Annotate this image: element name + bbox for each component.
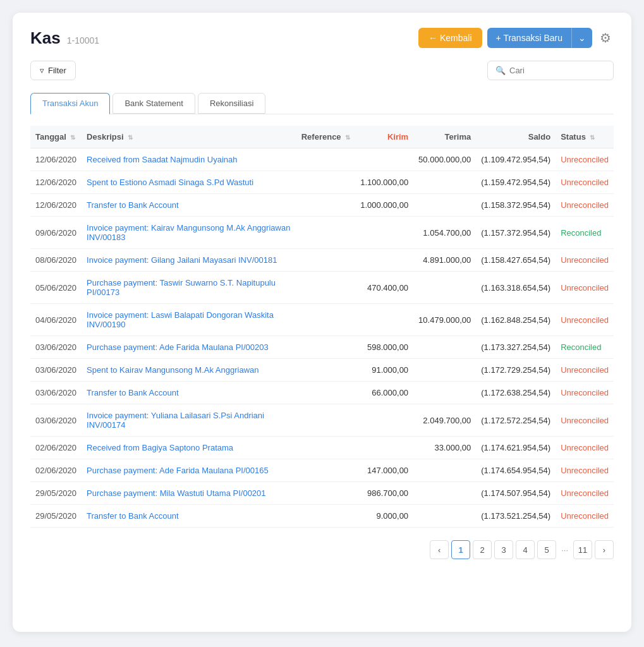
table-row[interactable]: 29/05/2020 Purchase payment: Mila Wastut… <box>30 482 614 505</box>
cell-desc[interactable]: Invoice payment: Gilang Jailani Mayasari… <box>82 249 296 272</box>
cell-reference <box>296 171 355 194</box>
table-row[interactable]: 12/06/2020 Received from Saadat Najmudin… <box>30 148 614 171</box>
cell-status: Unreconciled <box>556 171 614 194</box>
sort-reference-icon[interactable]: ⇅ <box>345 134 350 141</box>
table-row[interactable]: 05/06/2020 Purchase payment: Taswir Suwa… <box>30 272 614 304</box>
kembali-button[interactable]: ← Kembali <box>418 28 482 48</box>
cell-terima <box>413 505 476 528</box>
table-row[interactable]: 29/05/2020 Transfer to Bank Account 9.00… <box>30 505 614 528</box>
cell-status: Unreconciled <box>556 482 614 505</box>
transactions-table: Tanggal ⇅ Deskripsi ⇅ Reference ⇅ Kirim … <box>30 126 614 528</box>
cell-desc[interactable]: Purchase payment: Taswir Suwarno S.T. Na… <box>82 272 296 304</box>
cell-date: 03/06/2020 <box>30 359 82 382</box>
table-row[interactable]: 03/06/2020 Invoice payment: Yuliana Lail… <box>30 404 614 437</box>
cell-desc[interactable]: Spent to Kairav Mangunsong M.Ak Anggriaw… <box>82 359 296 382</box>
pagination-page-5[interactable]: 5 <box>537 540 556 559</box>
cell-reference <box>296 336 355 359</box>
page-subtitle: 1-10001 <box>67 35 99 45</box>
tab-bank-statement[interactable]: Bank Statement <box>112 93 195 114</box>
cell-saldo: (1.173.327.254,54) <box>476 336 556 359</box>
table-row[interactable]: 02/06/2020 Purchase payment: Ade Farida … <box>30 459 614 482</box>
cell-status: Unreconciled <box>556 272 614 304</box>
cell-terima: 1.054.700,00 <box>413 217 476 249</box>
pagination-page-1[interactable]: 1 <box>451 540 470 559</box>
table-row[interactable]: 12/06/2020 Spent to Estiono Asmadi Sinag… <box>30 171 614 194</box>
transaksi-dropdown-button[interactable]: ⌄ <box>571 28 592 48</box>
search-input[interactable] <box>509 66 605 75</box>
pagination-page-3[interactable]: 3 <box>494 540 513 559</box>
cell-saldo: (1.174.654.954,54) <box>476 459 556 482</box>
cell-status: Unreconciled <box>556 404 614 437</box>
cell-saldo: (1.109.472.954,54) <box>476 148 556 171</box>
cell-reference <box>296 482 355 505</box>
table-row[interactable]: 03/06/2020 Spent to Kairav Mangunsong M.… <box>30 359 614 382</box>
tab-rekonsiliasi[interactable]: Rekonsiliasi <box>198 93 265 114</box>
cell-date: 29/05/2020 <box>30 482 82 505</box>
table-row[interactable]: 04/06/2020 Invoice payment: Laswi Balapa… <box>30 304 614 336</box>
cell-desc[interactable]: Transfer to Bank Account <box>82 382 296 404</box>
tab-transaksi-akun[interactable]: Transaksi Akun <box>30 93 110 114</box>
settings-gear-icon[interactable]: ⚙ <box>597 28 614 48</box>
search-box[interactable]: 🔍 <box>487 61 614 80</box>
table-row[interactable]: 12/06/2020 Transfer to Bank Account 1.00… <box>30 194 614 217</box>
cell-saldo: (1.173.521.254,54) <box>476 505 556 528</box>
pagination-next[interactable]: › <box>595 540 614 559</box>
cell-desc[interactable]: Purchase payment: Ade Farida Maulana PI/… <box>82 336 296 359</box>
col-deskripsi: Deskripsi ⇅ <box>82 126 296 148</box>
cell-reference <box>296 217 355 249</box>
cell-saldo: (1.162.848.254,54) <box>476 304 556 336</box>
cell-reference <box>296 382 355 404</box>
pagination-prev[interactable]: ‹ <box>430 540 449 559</box>
sort-deskripsi-icon[interactable]: ⇅ <box>128 134 133 141</box>
cell-reference <box>296 437 355 459</box>
cell-status: Unreconciled <box>556 148 614 171</box>
cell-desc[interactable]: Purchase payment: Mila Wastuti Utama PI/… <box>82 482 296 505</box>
cell-terima <box>413 382 476 404</box>
transaksi-baru-button[interactable]: + Transaksi Baru <box>487 28 571 48</box>
cell-kirim: 1.100.000,00 <box>355 171 413 194</box>
cell-desc[interactable]: Invoice payment: Laswi Balapati Dongoran… <box>82 304 296 336</box>
cell-date: 03/06/2020 <box>30 404 82 437</box>
cell-reference <box>296 194 355 217</box>
col-status: Status ⇅ <box>556 126 614 148</box>
pagination: ‹ 1 2 3 4 5 ··· 11 › <box>30 540 614 559</box>
table-row[interactable]: 08/06/2020 Invoice payment: Gilang Jaila… <box>30 249 614 272</box>
cell-desc[interactable]: Spent to Estiono Asmadi Sinaga S.Pd Wast… <box>82 171 296 194</box>
cell-status: Unreconciled <box>556 304 614 336</box>
col-kirim: Kirim <box>355 126 413 148</box>
cell-desc[interactable]: Invoice payment: Yuliana Lailasari S.Psi… <box>82 404 296 437</box>
pagination-page-2[interactable]: 2 <box>473 540 492 559</box>
cell-desc[interactable]: Received from Saadat Najmudin Uyainah <box>82 148 296 171</box>
cell-date: 12/06/2020 <box>30 171 82 194</box>
pagination-page-4[interactable]: 4 <box>516 540 535 559</box>
table-row[interactable]: 09/06/2020 Invoice payment: Kairav Mangu… <box>30 217 614 249</box>
sort-status-icon[interactable]: ⇅ <box>590 134 595 141</box>
cell-saldo: (1.174.621.954,54) <box>476 437 556 459</box>
cell-date: 08/06/2020 <box>30 249 82 272</box>
cell-kirim: 1.000.000,00 <box>355 194 413 217</box>
cell-desc[interactable]: Purchase payment: Ade Farida Maulana PI/… <box>82 459 296 482</box>
cell-desc[interactable]: Transfer to Bank Account <box>82 194 296 217</box>
transaksi-button-group: + Transaksi Baru ⌄ <box>487 28 592 48</box>
cell-date: 03/06/2020 <box>30 336 82 359</box>
cell-date: 05/06/2020 <box>30 272 82 304</box>
cell-desc[interactable]: Transfer to Bank Account <box>82 505 296 528</box>
cell-kirim: 91.000,00 <box>355 359 413 382</box>
sort-tanggal-icon[interactable]: ⇅ <box>70 134 75 141</box>
cell-terima: 4.891.000,00 <box>413 249 476 272</box>
table-row[interactable]: 03/06/2020 Transfer to Bank Account 66.0… <box>30 382 614 404</box>
pagination-page-11[interactable]: 11 <box>573 540 592 559</box>
table-row[interactable]: 02/06/2020 Received from Bagiya Saptono … <box>30 437 614 459</box>
cell-kirim <box>355 217 413 249</box>
cell-reference <box>296 404 355 437</box>
cell-terima <box>413 482 476 505</box>
table-row[interactable]: 03/06/2020 Purchase payment: Ade Farida … <box>30 336 614 359</box>
main-card: Kas 1-10001 ← Kembali + Transaksi Baru ⌄… <box>13 13 631 632</box>
cell-desc[interactable]: Received from Bagiya Saptono Pratama <box>82 437 296 459</box>
cell-status: Reconciled <box>556 217 614 249</box>
cell-desc[interactable]: Invoice payment: Kairav Mangunsong M.Ak … <box>82 217 296 249</box>
filter-button[interactable]: ▿ Filter <box>30 61 76 80</box>
cell-reference <box>296 505 355 528</box>
cell-status: Unreconciled <box>556 359 614 382</box>
cell-reference <box>296 249 355 272</box>
